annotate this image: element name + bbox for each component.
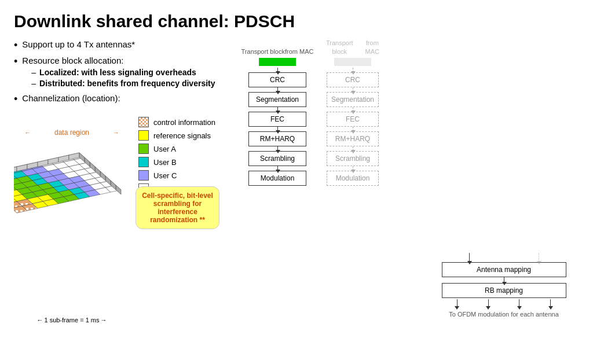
bullet-list: Support up to 4 Tx antennas* Resource bl…	[14, 39, 228, 105]
flow2-arrow-0	[353, 68, 353, 72]
merge-arrow-2	[539, 253, 539, 262]
grid-diagram: ← data region → ← 1 sub-frame = 1 ms →	[14, 128, 130, 221]
bottom-arrows	[442, 299, 566, 310]
antenna-mapping-block: Antenna mapping	[442, 262, 566, 277]
flow1-start-block	[259, 58, 296, 66]
flow2-arrow-2	[353, 107, 353, 112]
flow2-arrow-1	[353, 87, 353, 92]
legend-box-userc	[138, 170, 149, 181]
bottom-arrow-3	[517, 299, 522, 310]
main-container: Downlink shared channel: PDSCH Support u…	[0, 0, 593, 364]
sub-list: Localized: with less signaling overheads…	[31, 68, 215, 88]
legend-item-userb: User B	[138, 157, 215, 167]
flow1-arrow-0	[277, 68, 278, 72]
flow1-arrow-2	[277, 107, 278, 112]
bullet-2: Resource block allocation: Localized: wi…	[14, 56, 228, 90]
left-column: Support up to 4 Tx antennas* Resource bl…	[14, 39, 234, 244]
merge-arrow-1	[469, 253, 470, 262]
legend-item-usera: User A	[138, 144, 215, 154]
right-column: Transport blockfrom MAC CRC Segmentation…	[234, 39, 579, 244]
bottom-arrow-2	[486, 299, 490, 310]
merge-arrows	[434, 253, 573, 262]
bullet-1: Support up to 4 Tx antennas*	[14, 39, 228, 52]
legend: control information reference signals Us…	[138, 117, 215, 197]
flow1-arrow-4	[277, 146, 278, 151]
content-area: Support up to 4 Tx antennas* Resource bl…	[14, 39, 579, 244]
flow1-arrow-3	[277, 127, 278, 131]
iso-grid-canvas	[14, 138, 130, 225]
flow2-arrow-4	[353, 146, 353, 151]
bullet-3: Channelization (location):	[14, 93, 228, 106]
flow1-arrow-1	[277, 87, 278, 92]
legend-box-reference	[138, 130, 149, 141]
wide-arrow-1	[504, 277, 504, 283]
flow2-header: Transport block from MAC	[321, 39, 385, 56]
legend-box-userb	[138, 157, 149, 167]
legend-item-reference: reference signals	[138, 130, 215, 141]
bottom-arrow-4	[548, 299, 553, 310]
callout-bubble: Cell-specific, bit-level scrambling for …	[136, 186, 219, 229]
flow-col-1: Transport blockfrom MAC CRC Segmentation…	[240, 39, 315, 244]
legend-box-control	[138, 117, 149, 127]
bottom-arrow-1	[455, 299, 459, 310]
flow1-header: Transport blockfrom MAC	[241, 39, 314, 56]
data-region-label: ← data region →	[14, 128, 130, 137]
legend-box-usera	[138, 144, 149, 154]
bottom-label: To OFDM modulation for each antenna	[449, 311, 559, 318]
flow-col-2: Transport block from MAC CRC Segmentatio…	[321, 39, 385, 244]
sub-item-2: Distributed: benefits from frequency div…	[31, 79, 215, 88]
legend-item-userc: User C	[138, 170, 215, 181]
sub-item-1: Localized: with less signaling overheads	[31, 68, 215, 77]
flow2-start-block	[334, 58, 371, 66]
flow1-arrow-5	[277, 166, 278, 171]
legend-item-control: control information	[138, 117, 215, 127]
diagram-area: ← data region → ← 1 sub-frame = 1 ms →	[14, 111, 228, 244]
page-title: Downlink shared channel: PDSCH	[14, 12, 579, 31]
flow2-arrow-5	[353, 166, 353, 171]
flow2-arrow-3	[353, 127, 353, 131]
wide-blocks-area: Antenna mapping RB mapping	[429, 253, 579, 318]
